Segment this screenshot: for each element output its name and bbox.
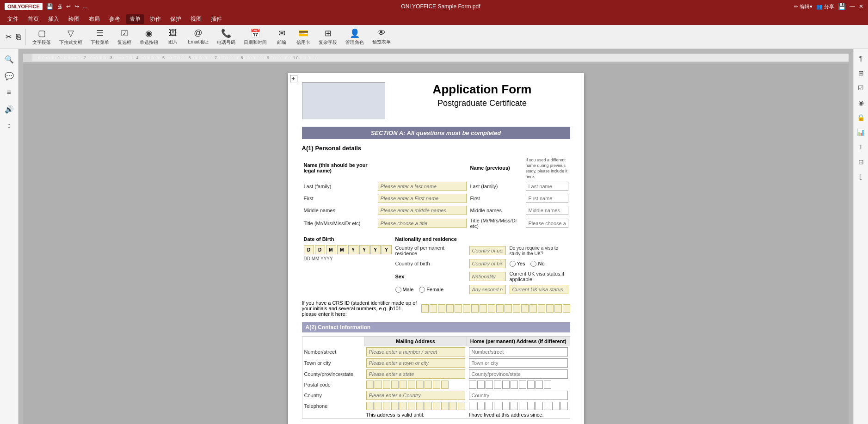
country-perm-input[interactable] bbox=[469, 246, 506, 255]
tel-h-8[interactable] bbox=[527, 402, 535, 410]
first-name-input[interactable] bbox=[378, 194, 467, 203]
second-nat-input-cell[interactable] bbox=[468, 283, 508, 295]
tel-m-2[interactable] bbox=[375, 402, 382, 410]
title-bar-icon-more[interactable]: ... bbox=[83, 3, 87, 10]
menu-insert[interactable]: 插入 bbox=[44, 14, 63, 24]
visa-yes-option[interactable]: Yes bbox=[510, 261, 525, 267]
visa-no-radio[interactable] bbox=[530, 261, 536, 267]
tel-m-9[interactable] bbox=[433, 402, 440, 410]
title-prev-input-cell[interactable] bbox=[524, 216, 570, 230]
left-icon-audio[interactable]: 🔊 bbox=[3, 103, 16, 116]
first-prev-input[interactable] bbox=[526, 194, 568, 203]
toolbar-dropdown-box[interactable]: ▽ 下拉式文框 bbox=[55, 26, 86, 48]
county-home-cell[interactable] bbox=[467, 369, 570, 380]
title-bar-icon-undo[interactable]: ↩ bbox=[66, 3, 71, 10]
menu-reference[interactable]: 参考 bbox=[105, 14, 124, 24]
visa-status-input[interactable] bbox=[510, 285, 568, 294]
last-input-cell[interactable] bbox=[376, 180, 468, 192]
middle-prev-input[interactable] bbox=[526, 206, 568, 215]
tel-m-7[interactable] bbox=[416, 402, 424, 410]
postal-m-6[interactable] bbox=[408, 381, 415, 389]
menu-draw[interactable]: 绘图 bbox=[65, 14, 83, 24]
right-icon-bracket[interactable]: ⟦ bbox=[856, 171, 867, 182]
dob-y1[interactable]: Y bbox=[348, 245, 358, 254]
postal-h-5[interactable] bbox=[502, 381, 510, 389]
visa-status-input-cell[interactable] bbox=[508, 283, 570, 295]
menu-collaborate[interactable]: 协作 bbox=[146, 14, 165, 24]
dob-y2[interactable]: Y bbox=[359, 245, 369, 254]
tel-m-5[interactable] bbox=[400, 402, 407, 410]
country-mailing-input[interactable] bbox=[366, 391, 465, 400]
tel-h-5[interactable] bbox=[502, 402, 510, 410]
postal-m-1[interactable] bbox=[366, 381, 374, 389]
toolbar-complex-field[interactable]: ⊞ 复杂字段 bbox=[315, 26, 341, 48]
share-button[interactable]: 👥 分享 bbox=[816, 3, 834, 10]
postal-m-3[interactable] bbox=[383, 381, 390, 389]
postal-m-10[interactable] bbox=[441, 381, 449, 389]
postal-h-6[interactable] bbox=[511, 381, 518, 389]
crs-c2[interactable] bbox=[430, 304, 437, 313]
right-icon-radio[interactable]: ◉ bbox=[856, 97, 867, 108]
middle-name-input[interactable] bbox=[378, 206, 467, 215]
postal-h-7[interactable] bbox=[519, 381, 526, 389]
town-city-mailing-input[interactable] bbox=[366, 358, 465, 368]
toolbar-checkbox[interactable]: ☑ 复选框 bbox=[114, 26, 135, 48]
toolbar-manage-roles[interactable]: 👤 管理角色 bbox=[342, 26, 368, 48]
postal-h-2[interactable] bbox=[477, 381, 485, 389]
tel-m-8[interactable] bbox=[425, 402, 432, 410]
menu-file[interactable]: 文件 bbox=[4, 14, 22, 24]
postal-m-9[interactable] bbox=[433, 381, 440, 389]
last-prev-input-cell[interactable] bbox=[524, 180, 570, 192]
county-mailing-input[interactable] bbox=[366, 369, 465, 379]
tel-m-11[interactable] bbox=[449, 402, 457, 410]
crs-c17[interactable] bbox=[554, 304, 562, 313]
title-bar-icon-redo[interactable]: ↪ bbox=[74, 3, 79, 10]
crs-c9[interactable] bbox=[488, 304, 495, 313]
postal-h-9[interactable] bbox=[536, 381, 543, 389]
crs-c13[interactable] bbox=[521, 304, 529, 313]
tel-m-10[interactable] bbox=[441, 402, 449, 410]
toolbar-dropdown-menu[interactable]: ☰ 下拉菜单 bbox=[87, 26, 113, 48]
title-input-cell[interactable] bbox=[376, 216, 468, 230]
tel-m-6[interactable] bbox=[408, 402, 415, 410]
tel-m-3[interactable] bbox=[383, 402, 390, 410]
toolbar-email[interactable]: @ Email地址 bbox=[184, 26, 212, 47]
country-birth-input[interactable] bbox=[469, 259, 506, 268]
menu-view[interactable]: 视图 bbox=[187, 14, 205, 24]
middle-input-cell[interactable] bbox=[376, 204, 468, 216]
dob-d1[interactable]: D bbox=[304, 245, 314, 254]
postal-m-5[interactable] bbox=[400, 381, 407, 389]
save-copy-button[interactable]: 💾 bbox=[838, 3, 846, 10]
add-content-button[interactable]: + bbox=[290, 75, 297, 82]
toolbar-text-field[interactable]: ▢ 文字段落 bbox=[29, 26, 55, 48]
country-home-cell[interactable] bbox=[467, 390, 570, 401]
crs-c3[interactable] bbox=[438, 304, 445, 313]
town-city-home-input[interactable] bbox=[469, 358, 568, 368]
toolbar-image[interactable]: 🖼 图片 bbox=[163, 26, 183, 47]
dob-d2[interactable]: D bbox=[315, 245, 325, 254]
dob-y4[interactable]: Y bbox=[382, 245, 392, 254]
right-icon-table[interactable]: ⊞ bbox=[856, 68, 867, 79]
postal-h-10[interactable] bbox=[544, 381, 551, 389]
right-icon-minus[interactable]: ⊟ bbox=[856, 156, 867, 167]
postal-m-7[interactable] bbox=[416, 381, 424, 389]
country-home-input[interactable] bbox=[469, 391, 568, 400]
number-street-home-input[interactable] bbox=[469, 347, 568, 356]
left-icon-comment[interactable]: 💬 bbox=[3, 69, 16, 82]
dob-m1[interactable]: M bbox=[326, 245, 336, 254]
crs-c5[interactable] bbox=[455, 304, 462, 313]
right-icon-checkbox[interactable]: ☑ bbox=[856, 82, 867, 93]
postal-m-2[interactable] bbox=[375, 381, 382, 389]
toolbar-datetime[interactable]: 📅 日期和时间 bbox=[240, 26, 271, 48]
title-input[interactable] bbox=[378, 219, 467, 228]
crs-c14[interactable] bbox=[529, 304, 537, 313]
visa-no-option[interactable]: No bbox=[530, 261, 544, 267]
crs-c10[interactable] bbox=[496, 304, 504, 313]
crs-c18[interactable] bbox=[563, 304, 570, 313]
right-icon-chart[interactable]: 📊 bbox=[856, 127, 867, 138]
county-home-input[interactable] bbox=[469, 369, 568, 379]
female-radio[interactable] bbox=[419, 287, 425, 293]
toolbar-preview[interactable]: 👁 预览表单 bbox=[369, 26, 394, 47]
tel-h-7[interactable] bbox=[519, 402, 526, 410]
last-name-input[interactable] bbox=[378, 182, 467, 191]
